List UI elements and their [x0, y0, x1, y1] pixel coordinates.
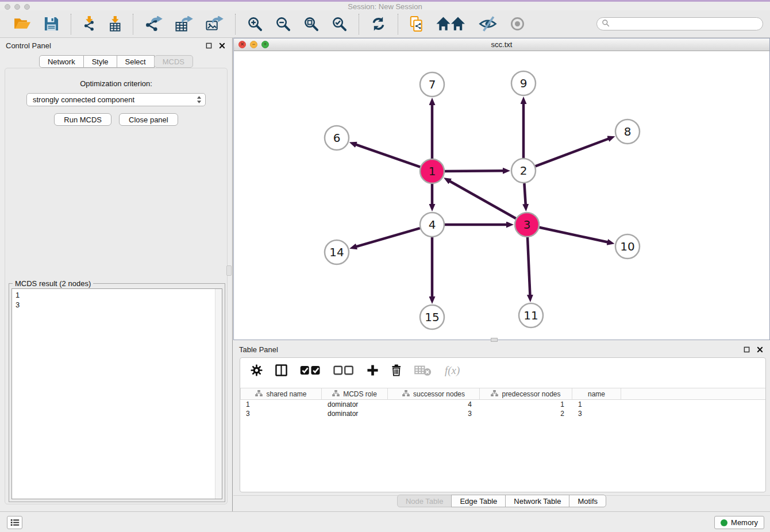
search-box[interactable]	[596, 17, 763, 30]
check-boxes-button[interactable]	[298, 363, 323, 377]
float-panel-button[interactable]	[205, 41, 213, 50]
result-scrollbar[interactable]	[215, 289, 222, 499]
zoom-out-button[interactable]	[272, 15, 294, 33]
graph-node-9[interactable]: 9	[511, 71, 536, 95]
table-row[interactable]: 3dominator323	[240, 409, 765, 418]
svg-text:4: 4	[429, 218, 436, 232]
home-button[interactable]	[432, 15, 469, 33]
graph-node-3[interactable]: 3	[515, 213, 539, 237]
tab-select[interactable]: Select	[117, 55, 155, 68]
add-button[interactable]	[364, 363, 381, 377]
table-panel-title: Table Panel	[239, 345, 278, 354]
graph-edge-4-14[interactable]	[356, 228, 420, 247]
table-row[interactable]: 1dominator411	[240, 400, 765, 409]
graph-edge-3-11[interactable]	[528, 237, 530, 296]
graph-node-10[interactable]: 10	[615, 234, 640, 259]
hide-eye-button[interactable]	[475, 15, 500, 33]
search-input[interactable]	[613, 20, 758, 28]
close-table-panel-button[interactable]	[756, 345, 764, 354]
graph-node-2[interactable]: 2	[511, 159, 536, 183]
refresh-button[interactable]	[367, 15, 390, 33]
close-panel-action-button[interactable]: Close panel	[119, 113, 178, 126]
graph-edge-2-3[interactable]	[524, 183, 525, 205]
graph-edge-1-2[interactable]	[445, 171, 504, 171]
memory-button[interactable]: Memory	[714, 516, 764, 529]
svg-text:6: 6	[333, 131, 341, 145]
table-panel: Table Panel f(x) shared nameMCDS rolesuc…	[233, 342, 770, 511]
table-cell: 2	[480, 410, 572, 418]
network-graph[interactable]: 7968124314101511	[234, 51, 769, 340]
window-title: Session: New Session	[0, 2, 770, 11]
mcds-result-text[interactable]: 1 3	[11, 288, 222, 499]
tab-style[interactable]: Style	[83, 55, 117, 68]
horizontal-splitter-handle[interactable]	[491, 338, 498, 342]
clone-network-icon	[410, 16, 423, 32]
tab-motifs[interactable]: Motifs	[569, 495, 606, 507]
svg-text:8: 8	[624, 125, 632, 138]
network-window-titlebar[interactable]: ✕ − + scc.txt	[234, 38, 769, 51]
import-network-button[interactable]	[79, 15, 99, 33]
open-folder-icon	[13, 16, 31, 32]
show-log-button[interactable]	[7, 516, 22, 529]
svg-text:7: 7	[429, 78, 436, 91]
graph-edge-2-8[interactable]	[536, 138, 610, 166]
mcds-result-title: MCDS result (2 nodes)	[13, 279, 93, 288]
tab-network[interactable]: Network	[39, 55, 84, 68]
split-columns-icon	[275, 364, 287, 376]
table-cell: dominator	[322, 400, 388, 408]
run-mcds-button[interactable]: Run MCDS	[54, 113, 111, 126]
zoom-fit-button[interactable]	[300, 15, 322, 33]
export-image-button[interactable]	[202, 15, 227, 33]
optimization-select[interactable]: strongly connected component	[26, 93, 206, 106]
graph-node-4[interactable]: 4	[420, 213, 444, 237]
graph-node-1[interactable]: 1	[420, 159, 444, 183]
tree-icon	[491, 390, 498, 398]
import-table-button[interactable]	[105, 15, 125, 33]
tab-node-table[interactable]: Node Table	[397, 495, 452, 507]
column-header-name[interactable]: name	[572, 388, 621, 399]
float-table-panel-button[interactable]	[742, 345, 751, 354]
control-panel: Control Panel NetworkStyleSelectMCDS Opt…	[0, 38, 233, 511]
column-header-shared-name[interactable]: shared name	[240, 388, 322, 399]
tab-network-table[interactable]: Network Table	[505, 495, 569, 507]
column-header-predecessor-nodes[interactable]: predecessor nodes	[480, 388, 572, 399]
check-boxes-icon	[300, 364, 321, 376]
split-columns-button[interactable]	[273, 363, 290, 377]
optimization-select-value: strongly connected component	[33, 95, 197, 104]
graph-edge-3-1[interactable]	[449, 181, 516, 219]
show-eye-button[interactable]	[506, 15, 529, 33]
open-folder-button[interactable]	[10, 15, 34, 33]
zoom-in-button[interactable]	[244, 15, 266, 33]
column-header-successor-nodes[interactable]: successor nodes	[388, 388, 480, 399]
uncheck-boxes-button[interactable]	[331, 363, 356, 377]
network-canvas[interactable]: 7968124314101511	[234, 51, 769, 340]
graph-edge-3-10[interactable]	[540, 228, 609, 242]
save-button[interactable]	[40, 15, 63, 33]
graph-node-11[interactable]: 11	[519, 303, 543, 327]
trash-icon	[391, 364, 402, 376]
add-icon	[367, 364, 379, 376]
application-window: Session: New Session Control Panel Netwo…	[0, 0, 770, 532]
graph-node-15[interactable]: 15	[420, 305, 444, 329]
list-menu-icon	[10, 519, 20, 526]
export-table-button[interactable]	[172, 15, 197, 33]
export-network-button[interactable]	[141, 15, 166, 33]
control-panel-tabs: NetworkStyleSelectMCDS	[0, 55, 232, 68]
close-panel-button[interactable]	[218, 41, 226, 50]
trash-button[interactable]	[389, 363, 404, 377]
gear-button[interactable]	[248, 363, 265, 377]
table-panel-header: Table Panel	[233, 342, 770, 357]
graph-node-7[interactable]: 7	[420, 72, 444, 97]
tab-mcds[interactable]: MCDS	[154, 55, 193, 68]
clone-network-button[interactable]	[406, 15, 426, 33]
column-header-MCDS-role[interactable]: MCDS role	[322, 388, 388, 399]
import-network-icon	[83, 16, 96, 32]
toolbar-separator	[398, 14, 398, 34]
vertical-splitter-handle[interactable]	[226, 265, 232, 276]
graph-edge-1-6[interactable]	[355, 144, 420, 167]
zoom-selected-button[interactable]	[328, 15, 351, 33]
graph-node-8[interactable]: 8	[615, 119, 640, 144]
graph-node-14[interactable]: 14	[325, 240, 349, 264]
tab-edge-table[interactable]: Edge Table	[451, 495, 506, 507]
graph-node-6[interactable]: 6	[325, 126, 349, 150]
